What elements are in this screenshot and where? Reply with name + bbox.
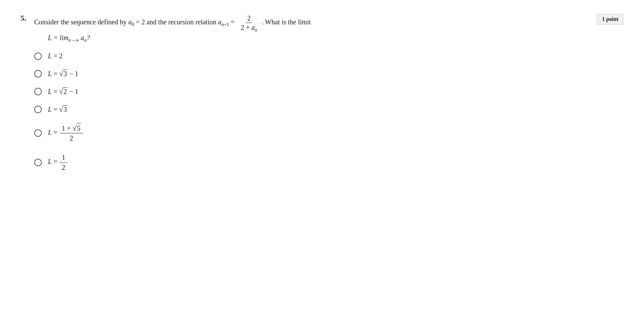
fraction-denominator: 2 + an [239,23,258,32]
option-4[interactable]: L = √3 [34,105,623,113]
half-fraction-den: 2 [60,163,67,172]
sqrt-content-5: 5 [77,123,81,133]
page-container: 5. Consider the sequence defined by a0 =… [0,0,644,186]
question-second-line: L = limn→∞ an? [48,34,311,42]
radio-1[interactable] [34,52,42,60]
option-2[interactable]: L = √3 − 1 [34,70,623,78]
recursion-fraction: 2 2 + an [239,14,258,32]
question-number: 5. [21,14,31,23]
statement-part1: Consider the sequence defined by a0 = 2 … [34,18,236,26]
radio-5[interactable] [34,129,42,137]
radio-6[interactable] [34,159,42,166]
option-2-label: L = √3 − 1 [48,70,78,78]
question-left: 5. Consider the sequence defined by a0 =… [21,14,590,42]
option-5[interactable]: L = 1 + √5 2 [34,123,623,143]
point-badge: 1 point [597,14,623,25]
radio-3[interactable] [34,88,42,95]
radio-4[interactable] [34,106,42,113]
question-statement: Consider the sequence defined by a0 = 2 … [34,14,311,32]
option-1[interactable]: L = 2 [34,52,623,60]
sqrt-symbol-3: √ [59,106,63,113]
option-3[interactable]: L = √2 − 1 [34,87,623,96]
golden-ratio-fraction: 1 + √5 2 [60,123,83,143]
sqrt-symbol-5: √ [73,124,77,132]
golden-ratio-num: 1 + √5 [60,123,83,133]
statement-part3: . What is the limit [262,18,311,26]
option-1-label: L = 2 [48,52,62,60]
radio-2[interactable] [34,70,42,77]
option-5-label: L = 1 + √5 2 [48,123,84,143]
sqrt-symbol: √ [59,70,63,77]
option-4-label: L = √3 [48,105,67,113]
sqrt-symbol-2: √ [59,88,63,95]
sqrt-content: 3 [63,70,67,78]
sqrt-content-2: 2 [63,87,67,96]
options-container: L = 2 L = √3 − 1 L = √2 − 1 L = √3 [34,52,623,172]
half-fraction-num: 1 [60,153,67,163]
golden-ratio-den: 2 [68,133,75,143]
option-6-label: L = 1 2 [48,153,68,172]
fraction-numerator: 2 [246,14,252,23]
half-fraction: 1 2 [60,153,67,172]
question-body: Consider the sequence defined by a0 = 2 … [34,14,311,42]
sqrt-3-wrapper: √3 [59,70,67,78]
limit-expr: L = limn→∞ an? [48,34,90,41]
sqrt-content-3: 3 [63,105,67,113]
question-header: 5. Consider the sequence defined by a0 =… [21,14,623,42]
option-3-label: L = √2 − 1 [48,87,78,96]
option-6[interactable]: L = 1 2 [34,153,623,172]
sqrt-3b-wrapper: √3 [59,105,67,113]
sqrt-2-wrapper: √2 [59,87,67,96]
sqrt-5-wrapper: √5 [73,123,81,133]
